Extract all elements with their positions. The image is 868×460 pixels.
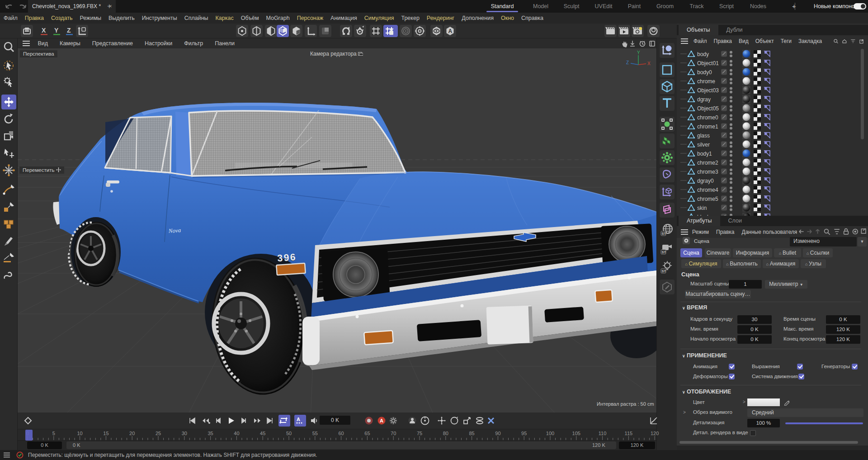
svg-text:glass: glass [697, 133, 710, 139]
svg-text:skin: skin [697, 205, 707, 211]
svg-text:chrome4: chrome4 [697, 187, 718, 193]
svg-text:chrome: chrome [697, 78, 715, 85]
svg-text:ST: ST [662, 232, 666, 236]
svg-text:Object03: Object03 [697, 87, 719, 94]
svg-text:chrome2: chrome2 [697, 160, 718, 166]
svg-text:silver: silver [697, 142, 710, 148]
svg-text:body0: body0 [697, 69, 712, 76]
svg-text:chrome3: chrome3 [697, 169, 718, 175]
svg-text:dgray: dgray [697, 96, 711, 103]
svg-text:body: body [697, 51, 709, 57]
svg-text:Z: Z [67, 27, 71, 34]
svg-text:X: X [647, 61, 651, 66]
svg-text:A: A [297, 417, 300, 422]
svg-text:Y: Y [637, 50, 640, 55]
svg-text:Nova: Nova [168, 227, 181, 234]
svg-text:chrome0: chrome0 [697, 114, 718, 121]
svg-text:Object01: Object01 [697, 60, 719, 66]
svg-text:chrome5: chrome5 [697, 196, 718, 202]
svg-text:body1: body1 [697, 151, 712, 157]
svg-text:chrome1: chrome1 [697, 123, 718, 130]
svg-text:dgray0: dgray0 [697, 178, 714, 184]
svg-text:Z: Z [626, 60, 629, 65]
svg-text:396: 396 [277, 251, 297, 263]
svg-text:A: A [448, 28, 453, 34]
svg-text:ST: ST [662, 250, 666, 254]
svg-text:Y: Y [54, 27, 59, 34]
svg-text:ST: ST [662, 269, 666, 273]
svg-text:Object05: Object05 [697, 105, 719, 112]
svg-text:A: A [380, 418, 383, 423]
svg-text:X: X [42, 27, 46, 34]
